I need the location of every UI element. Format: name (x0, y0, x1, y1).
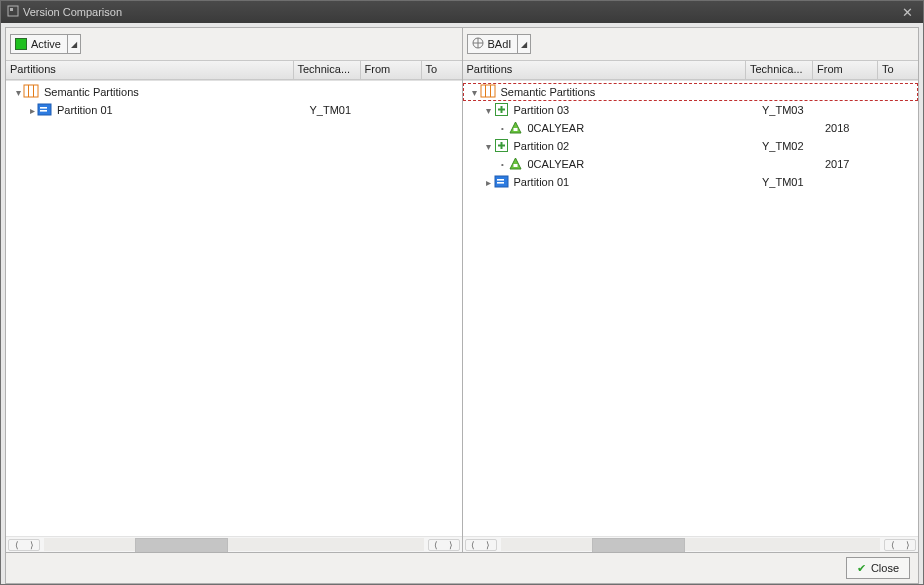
scroll-left-icon[interactable]: ⟨ (9, 540, 24, 550)
hscroll-right[interactable]: ⟨ ⟩ ⟨ ⟩ (463, 536, 919, 552)
tree-expander-closed-icon[interactable]: ▸ (26, 105, 38, 116)
close-button[interactable]: ✔ Close (846, 557, 910, 579)
blue-icon (495, 176, 508, 189)
plus-icon (495, 139, 508, 154)
table-row[interactable]: ▸Partition 01Y_TM01 (463, 173, 919, 191)
svg-rect-5 (38, 104, 51, 115)
svg-rect-18 (513, 128, 517, 131)
semantic-partitions-icon (24, 85, 38, 99)
col-technical[interactable]: Technica... (746, 61, 813, 79)
tree-node-label: Partition 03 (512, 104, 570, 116)
table-row[interactable]: ▾Partition 02Y_TM02 (463, 137, 919, 155)
version-comparison-window: Version Comparison ✕ Active ◢ Partitio (0, 0, 924, 585)
app-icon (7, 5, 19, 19)
scroll-left-icon[interactable]: ⟨ (429, 540, 444, 550)
tree-node-label: Partition 01 (55, 104, 113, 116)
active-indicator-icon (15, 38, 27, 50)
col-partitions[interactable]: Partitions (6, 61, 294, 79)
hscroll-left[interactable]: ⟨ ⟩ ⟨ ⟩ (6, 536, 462, 552)
svg-marker-22 (510, 158, 521, 169)
tree-node-label: 0CALYEAR (526, 158, 585, 170)
col-technical[interactable]: Technica... (294, 61, 361, 79)
cell-technical: Y_TM02 (757, 140, 820, 152)
svg-rect-11 (481, 85, 495, 97)
scroll-right-icon[interactable]: ⟩ (481, 540, 496, 550)
tree-node-label: Partition 01 (512, 176, 570, 188)
pane-badi: BAdI ◢ Partitions Technica... From To ▾S… (463, 28, 919, 552)
tree-node-label: 0CALYEAR (526, 122, 585, 134)
footer: ✔ Close (6, 553, 918, 583)
tree-node-label: Partition 02 (512, 140, 570, 152)
scroll-left-icon[interactable]: ⟨ (466, 540, 481, 550)
cell-technical: Y_TM01 (757, 176, 820, 188)
svg-rect-7 (40, 110, 47, 112)
version-selector-badi[interactable]: BAdI ◢ (467, 34, 532, 54)
scroll-right-icon[interactable]: ⟩ (444, 540, 459, 550)
svg-rect-1 (10, 8, 13, 11)
table-row[interactable]: ▾Partition 03Y_TM03 (463, 101, 919, 119)
scroll-right-icon[interactable]: ⟩ (900, 540, 915, 550)
tree-leaf-bullet-icon: • (497, 160, 509, 169)
version-selector-active[interactable]: Active ◢ (10, 34, 81, 54)
chevron-down-icon: ◢ (518, 40, 530, 49)
svg-rect-23 (513, 164, 517, 167)
chevron-down-icon: ◢ (68, 40, 80, 49)
tree-expander-open-icon[interactable]: ▾ (469, 87, 481, 98)
svg-rect-2 (24, 85, 38, 97)
col-from[interactable]: From (361, 61, 422, 79)
scroll-thumb[interactable] (592, 538, 685, 552)
cell-technical: Y_TM03 (757, 104, 820, 116)
column-headers-left: Partitions Technica... From To (6, 60, 462, 80)
version-selector-label: BAdI (488, 38, 512, 50)
cell-from: 2018 (820, 122, 881, 134)
plus-icon (495, 103, 508, 118)
titlebar: Version Comparison ✕ (1, 1, 923, 23)
badi-icon (472, 37, 484, 51)
cell-from: 2017 (820, 158, 881, 170)
table-row[interactable]: •0CALYEAR2017 (463, 155, 919, 173)
tree-expander-open-icon[interactable]: ▾ (483, 105, 495, 116)
cal-icon (509, 157, 522, 172)
version-selector-label: Active (31, 38, 61, 50)
col-to[interactable]: To (422, 61, 462, 79)
svg-marker-17 (510, 122, 521, 133)
table-row[interactable]: ▾Semantic Partitions (463, 83, 919, 101)
check-icon: ✔ (857, 562, 866, 575)
tree-right: ▾Semantic Partitions▾Partition 03Y_TM03•… (463, 80, 919, 552)
tree-node-label: Semantic Partitions (42, 86, 139, 98)
pane-active: Active ◢ Partitions Technica... From To … (6, 28, 463, 552)
tree-leaf-bullet-icon: • (497, 124, 509, 133)
toolbar-left: Active ◢ (6, 28, 462, 60)
tree-expander-open-icon[interactable]: ▾ (12, 87, 24, 98)
cell-technical: Y_TM01 (305, 104, 368, 116)
col-partitions[interactable]: Partitions (463, 61, 747, 79)
scroll-right-icon[interactable]: ⟩ (24, 540, 39, 550)
panes: Active ◢ Partitions Technica... From To … (6, 28, 918, 553)
svg-rect-6 (40, 107, 47, 109)
close-icon[interactable]: ✕ (898, 5, 917, 20)
cal-icon (509, 121, 522, 136)
window-title: Version Comparison (23, 6, 122, 18)
scroll-thumb[interactable] (135, 538, 228, 552)
table-row[interactable]: ▾Semantic Partitions (6, 83, 462, 101)
close-button-label: Close (871, 562, 899, 574)
svg-rect-26 (497, 182, 504, 184)
scroll-left-icon[interactable]: ⟨ (885, 540, 900, 550)
svg-rect-25 (497, 179, 504, 181)
col-from[interactable]: From (813, 61, 878, 79)
tree-node-label: Semantic Partitions (499, 86, 596, 98)
toolbar-right: BAdI ◢ (463, 28, 919, 60)
dialog-body: Active ◢ Partitions Technica... From To … (5, 27, 919, 584)
tree-expander-open-icon[interactable]: ▾ (483, 141, 495, 152)
tree-left: ▾Semantic Partitions▸Partition 01Y_TM01 … (6, 80, 462, 552)
col-to[interactable]: To (878, 61, 918, 79)
column-headers-right: Partitions Technica... From To (463, 60, 919, 80)
svg-rect-24 (495, 176, 508, 187)
tree-expander-closed-icon[interactable]: ▸ (483, 177, 495, 188)
blue-icon (38, 104, 51, 117)
table-row[interactable]: •0CALYEAR2018 (463, 119, 919, 137)
semantic-partitions-icon (481, 85, 495, 99)
table-row[interactable]: ▸Partition 01Y_TM01 (6, 101, 462, 119)
